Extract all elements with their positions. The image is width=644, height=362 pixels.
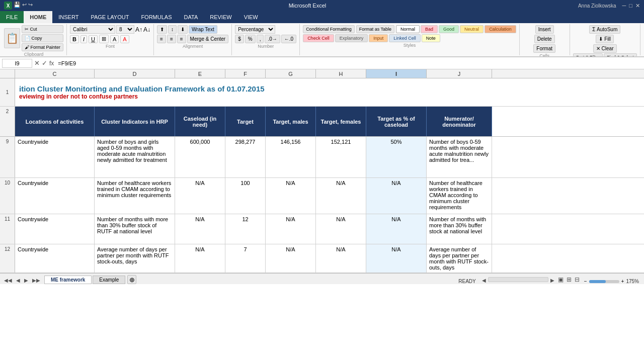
cell-12-indicator[interactable]: Average number of days per partner per m… bbox=[95, 244, 175, 273]
check-cell-style[interactable]: Check Cell bbox=[303, 34, 334, 42]
cell-11-caseload[interactable]: N/A bbox=[175, 214, 225, 244]
comma-button[interactable]: , bbox=[257, 35, 264, 43]
view-layout-icon[interactable]: ⊞ bbox=[565, 275, 573, 284]
cell-9-caseload[interactable]: 600,000 bbox=[175, 137, 225, 177]
zoom-in-icon[interactable]: + bbox=[621, 279, 624, 284]
find-select-button[interactable]: Find & Select bbox=[604, 53, 637, 57]
cell-9-indicator[interactable]: Number of boys and girls aged 0-59 month… bbox=[95, 137, 175, 177]
nav-left-icon[interactable]: ◀◀ bbox=[2, 277, 14, 284]
cancel-formula-icon[interactable]: ✕ bbox=[34, 59, 40, 67]
merge-center-button[interactable]: Merge & Center bbox=[187, 35, 229, 43]
nav-next-icon[interactable]: ▶ bbox=[22, 277, 30, 284]
confirm-formula-icon[interactable]: ✓ bbox=[42, 59, 47, 67]
align-top-button[interactable]: ⬆ bbox=[157, 25, 167, 34]
wrap-text-button[interactable]: Wrap Text bbox=[189, 25, 217, 34]
number-format-select[interactable]: PercentageGeneralNumber bbox=[235, 25, 275, 34]
formula-input[interactable] bbox=[56, 59, 642, 67]
add-sheet-button[interactable]: ⊕ bbox=[127, 275, 136, 284]
cell-10-numerator[interactable]: Number of healthcare workers trained in … bbox=[427, 178, 492, 214]
border-button[interactable]: ⊞ bbox=[99, 35, 109, 43]
close-icon[interactable]: ✕ bbox=[635, 3, 640, 9]
align-left-button[interactable]: ≡ bbox=[157, 35, 166, 43]
cut-button[interactable]: ✂ Cut bbox=[22, 25, 63, 33]
align-right-button[interactable]: ≡ bbox=[177, 35, 186, 43]
scroll-left-icon[interactable]: ◀ bbox=[480, 277, 488, 284]
col-header-h[interactable]: H bbox=[316, 69, 366, 78]
insert-cells-button[interactable]: Insert bbox=[535, 25, 554, 34]
bad-style[interactable]: Bad bbox=[421, 25, 438, 33]
col-header-g[interactable]: G bbox=[266, 69, 316, 78]
redo-icon[interactable]: ↪ bbox=[28, 2, 33, 10]
cell-11-indicator[interactable]: Number of months with more than 30% buff… bbox=[95, 214, 175, 244]
explanatory-style[interactable]: Explanatory bbox=[335, 34, 368, 42]
sheet-tab-me-framework[interactable]: ME framework bbox=[44, 276, 92, 284]
underline-button[interactable]: U bbox=[89, 35, 98, 43]
align-middle-button[interactable]: ↕ bbox=[168, 25, 177, 34]
insert-function-icon[interactable]: fx bbox=[49, 60, 54, 67]
col-header-j[interactable]: J bbox=[427, 69, 492, 78]
scroll-bar-h[interactable] bbox=[488, 277, 548, 282]
fill-button[interactable]: ⬇ Fill bbox=[596, 35, 614, 43]
tab-insert[interactable]: INSERT bbox=[52, 11, 85, 23]
linked-cell-style[interactable]: Linked Cell bbox=[389, 34, 421, 42]
format-painter-button[interactable]: 🖌 Format Painter bbox=[22, 43, 63, 51]
input-style[interactable]: Input bbox=[369, 34, 388, 42]
tab-page-layout[interactable]: PAGE LAYOUT bbox=[85, 11, 135, 23]
decrease-decimal-button[interactable]: ←.0 bbox=[281, 35, 296, 43]
clear-button[interactable]: ✕ Clear bbox=[593, 44, 617, 53]
autosum-button[interactable]: Σ AutoSum bbox=[589, 25, 620, 34]
increase-font-icon[interactable]: A↑ bbox=[135, 26, 142, 33]
save-icon[interactable]: 💾 bbox=[14, 2, 21, 10]
col-header-f[interactable]: F bbox=[225, 69, 266, 78]
good-style[interactable]: Good bbox=[439, 25, 459, 33]
cell-11-target-males[interactable]: N/A bbox=[266, 214, 316, 244]
cell-12-location[interactable]: Countrywide bbox=[15, 244, 95, 273]
cell-9-target[interactable]: 298,277 bbox=[225, 137, 266, 177]
cell-9-target-males[interactable]: 146,156 bbox=[266, 137, 316, 177]
cell-9-target-pct[interactable]: 50% bbox=[366, 137, 427, 177]
fill-color-button[interactable]: A bbox=[110, 35, 119, 43]
cell-11-target-pct[interactable]: N/A bbox=[366, 214, 427, 244]
tab-formulas[interactable]: FORMULAS bbox=[135, 11, 178, 23]
tab-home[interactable]: HOME bbox=[24, 11, 52, 23]
zoom-slider[interactable]: − + 175% bbox=[581, 279, 642, 284]
note-style[interactable]: Note bbox=[422, 34, 440, 42]
font-size-select[interactable]: 89101112 bbox=[116, 25, 134, 34]
tab-view[interactable]: VIEW bbox=[238, 11, 264, 23]
view-pagebreak-icon[interactable]: ⊟ bbox=[573, 275, 581, 284]
font-color-button[interactable]: A bbox=[120, 35, 129, 43]
decrease-font-icon[interactable]: A↓ bbox=[143, 26, 150, 33]
zoom-out-icon[interactable]: − bbox=[584, 279, 587, 284]
format-cells-button[interactable]: Format bbox=[533, 44, 555, 53]
cell-12-target-males[interactable]: N/A bbox=[266, 244, 316, 273]
cell-11-numerator[interactable]: Number of months with more than 30% buff… bbox=[427, 214, 492, 244]
nav-right-icon[interactable]: ▶▶ bbox=[30, 277, 42, 284]
tab-file[interactable]: FILE bbox=[0, 11, 24, 23]
cell-9-target-females[interactable]: 152,121 bbox=[316, 137, 366, 177]
conditional-formatting-button[interactable]: Conditional Formatting bbox=[303, 25, 355, 33]
cell-12-numerator[interactable]: Average number of days per partner per m… bbox=[427, 244, 492, 273]
cell-11-location[interactable]: Countrywide bbox=[15, 214, 95, 244]
sheet-tab-example[interactable]: Example bbox=[93, 276, 125, 284]
increase-decimal-button[interactable]: .0→ bbox=[265, 35, 280, 43]
cell-9-location[interactable]: Countrywide bbox=[15, 137, 95, 177]
cell-10-indicator[interactable]: Number of healthcare workers trained in … bbox=[95, 178, 175, 214]
paste-button[interactable]: 📋 bbox=[4, 28, 20, 48]
undo-icon[interactable]: ↩ bbox=[22, 2, 27, 10]
font-name-select[interactable]: Calibri bbox=[70, 25, 115, 34]
cell-11-target-females[interactable]: N/A bbox=[316, 214, 366, 244]
cell-10-location[interactable]: Countrywide bbox=[15, 178, 95, 214]
delete-cells-button[interactable]: Delete bbox=[534, 35, 555, 43]
col-header-e[interactable]: E bbox=[175, 69, 225, 78]
cell-12-caseload[interactable]: N/A bbox=[175, 244, 225, 273]
format-as-table-button[interactable]: Format as Table bbox=[356, 25, 394, 33]
nav-prev-icon[interactable]: ◀ bbox=[14, 277, 22, 284]
percent-button[interactable]: % bbox=[245, 35, 256, 43]
tab-review[interactable]: REVIEW bbox=[204, 11, 237, 23]
col-header-d[interactable]: D bbox=[95, 69, 175, 78]
cell-12-target[interactable]: 7 bbox=[225, 244, 266, 273]
cell-10-target-males[interactable]: N/A bbox=[266, 178, 316, 214]
cell-9-numerator[interactable]: Number of boys 0-59 months with moderate… bbox=[427, 137, 492, 177]
col-header-c[interactable]: C bbox=[15, 69, 95, 78]
cell-10-target-females[interactable]: N/A bbox=[316, 178, 366, 214]
